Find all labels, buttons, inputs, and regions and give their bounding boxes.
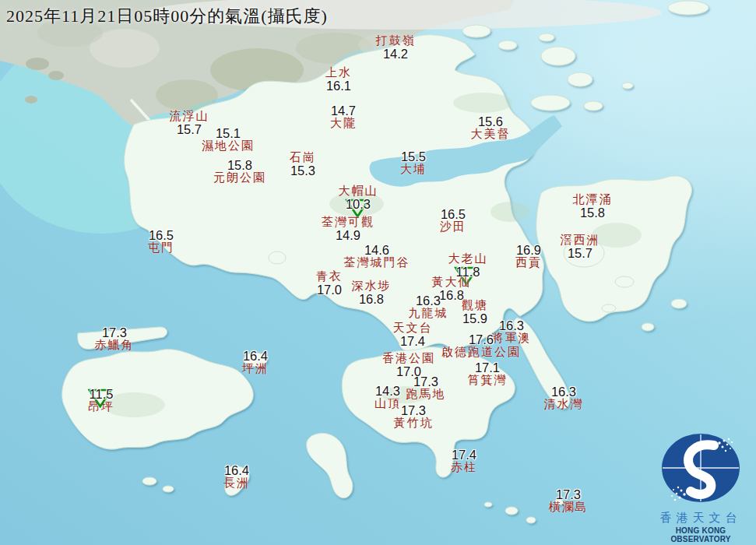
station-name-label: 元朗公園 xyxy=(213,172,266,185)
station-temperature-value: 14.2 xyxy=(383,47,408,61)
station-temperature-value: 14.3 xyxy=(375,385,400,398)
station-name-label: 九龍城 xyxy=(409,308,448,320)
station-value-wrap: 11.5 xyxy=(90,388,114,401)
station-name-label: 黃竹坑 xyxy=(394,417,434,430)
station-value-wrap: 14.6 xyxy=(364,244,389,257)
station-name-label: 黃大仙 xyxy=(432,276,472,289)
station-temperature-value: 16.3 xyxy=(416,294,441,308)
station-temperature-value: 17.3 xyxy=(102,326,127,339)
station-value-wrap: 16.5 xyxy=(149,229,174,242)
station-value-wrap: 16.3 xyxy=(499,319,524,332)
station-name-label: 深水埗 xyxy=(352,280,392,293)
weather-station: 石崗15.3 xyxy=(290,152,316,178)
station-name-label: 筲箕灣 xyxy=(468,374,508,387)
station-temperature-value: 17.4 xyxy=(400,335,425,348)
weather-station: 荃灣可觀14.9 xyxy=(322,216,374,242)
station-name-label: 大隴 xyxy=(330,118,357,130)
station-temperature-value: 11.5 xyxy=(90,388,114,401)
station-name-label: 赤鱲角 xyxy=(95,339,135,352)
station-name-label: 大埔 xyxy=(400,164,427,176)
station-temperature-value: 17.6 xyxy=(469,333,494,346)
station-value-wrap: 17.0 xyxy=(317,283,342,297)
station-temperature-value: 16.5 xyxy=(441,208,466,221)
station-temperature-value: 15.6 xyxy=(478,115,503,128)
station-value-wrap: 16.9 xyxy=(516,244,541,257)
station-temperature-value: 15.7 xyxy=(177,123,202,136)
weather-station: 深水埗16.8 xyxy=(352,280,392,306)
station-value-wrap: 17.4 xyxy=(452,448,476,462)
station-temperature-value: 17.3 xyxy=(413,375,438,389)
station-name-label: 觀塘 xyxy=(462,300,488,312)
station-name-label: 打鼓嶺 xyxy=(376,35,416,47)
station-value-wrap: 15.3 xyxy=(290,164,315,178)
station-name-label: 荃灣城門谷 xyxy=(344,257,410,269)
station-value-wrap: 17.3 xyxy=(401,404,426,417)
station-temperature-value: 16.4 xyxy=(243,350,268,363)
station-temperature-value: 15.8 xyxy=(227,159,252,172)
weather-station: 15.1濕地公園 xyxy=(202,127,255,153)
station-value-wrap: 15.8 xyxy=(580,206,605,220)
weather-station: 14.7大隴 xyxy=(330,104,357,130)
weather-station: 14.6荃灣城門谷 xyxy=(344,244,410,269)
station-temperature-value: 15.9 xyxy=(462,312,487,325)
weather-station: 17.1筲箕灣 xyxy=(468,361,508,387)
station-temperature-value: 16.3 xyxy=(499,319,524,332)
station-name-label: 跑馬地 xyxy=(406,389,446,401)
station-name-label: 長洲 xyxy=(223,477,250,490)
weather-station: 16.4坪洲 xyxy=(242,350,269,375)
station-value-wrap: 16.3 xyxy=(551,385,576,399)
station-value-wrap: 17.3 xyxy=(102,326,127,339)
hko-logo-english-name: HONG KONG OBSERVATORY xyxy=(648,526,754,543)
station-value-wrap: 14.9 xyxy=(336,229,360,242)
station-name-label: 大美督 xyxy=(471,128,511,141)
station-value-wrap: 16.8 xyxy=(359,293,384,306)
station-temperature-value: 15.8 xyxy=(580,206,605,220)
station-value-wrap: 15.1 xyxy=(216,127,241,140)
station-temperature-value: 16.5 xyxy=(149,229,174,242)
weather-station: 17.3跑馬地 xyxy=(406,375,446,401)
station-name-label: 香港公園 xyxy=(382,353,435,365)
station-temperature-value: 17.3 xyxy=(556,488,581,501)
weather-station: 大帽山10.3 xyxy=(339,185,378,211)
station-value-wrap: 10.3 xyxy=(346,198,371,211)
station-temperature-value: 16.1 xyxy=(326,79,351,93)
weather-station: 大老山11.8 xyxy=(448,253,488,279)
weather-station: 11.5昂坪 xyxy=(88,388,114,413)
weather-station: 15.5大埔 xyxy=(400,150,427,176)
station-name-label: 橫瀾島 xyxy=(549,501,589,514)
station-value-wrap: 15.9 xyxy=(462,312,487,325)
page-title: 2025年11月21日05時00分的氣溫(攝氏度) xyxy=(6,5,328,28)
station-name-label: 北潭涌 xyxy=(573,194,613,206)
station-temperature-value: 16.9 xyxy=(516,244,541,257)
station-value-wrap: 15.5 xyxy=(401,150,426,164)
station-name-label: 清水灣 xyxy=(544,399,584,411)
station-name-label: 大老山 xyxy=(448,253,488,265)
station-value-wrap: 16.4 xyxy=(224,464,249,477)
stations-layer: 打鼓嶺14.2上水16.114.7大隴流浮山15.715.6大美督15.1濕地公… xyxy=(0,0,756,545)
weather-station: 北潭涌15.8 xyxy=(573,194,613,220)
weather-station: 17.3黃竹坑 xyxy=(394,404,434,430)
station-temperature-value: 15.7 xyxy=(568,247,592,260)
station-name-label: 沙田 xyxy=(440,221,466,234)
station-name-label: 啟德跑道公園 xyxy=(441,346,521,359)
weather-station: 16.9西貢 xyxy=(515,244,542,269)
station-temperature-value: 17.1 xyxy=(475,361,500,374)
station-value-wrap: 15.8 xyxy=(227,159,252,172)
station-value-wrap: 16.5 xyxy=(441,208,466,221)
station-name-label: 大帽山 xyxy=(339,185,378,198)
station-name-label: 濕地公園 xyxy=(202,140,255,153)
station-value-wrap: 16.1 xyxy=(326,79,351,93)
station-name-label: 屯門 xyxy=(148,242,174,255)
hko-logo: 香港天文台 HONG KONG OBSERVATORY xyxy=(648,432,754,543)
weather-station: 打鼓嶺14.2 xyxy=(376,35,416,61)
weather-station: 滘西洲15.7 xyxy=(561,234,600,260)
weather-station: 16.3九龍城 xyxy=(409,294,448,320)
station-temperature-value: 14.7 xyxy=(331,104,356,118)
weather-station: 17.4赤柱 xyxy=(451,448,477,474)
station-temperature-value: 17.3 xyxy=(401,404,426,417)
weather-station: 天文台17.4 xyxy=(393,322,433,348)
station-value-wrap: 15.7 xyxy=(568,247,592,260)
station-value-wrap: 15.6 xyxy=(478,115,503,128)
station-name-label: 天文台 xyxy=(393,322,433,335)
station-name-label: 赤柱 xyxy=(451,462,477,474)
